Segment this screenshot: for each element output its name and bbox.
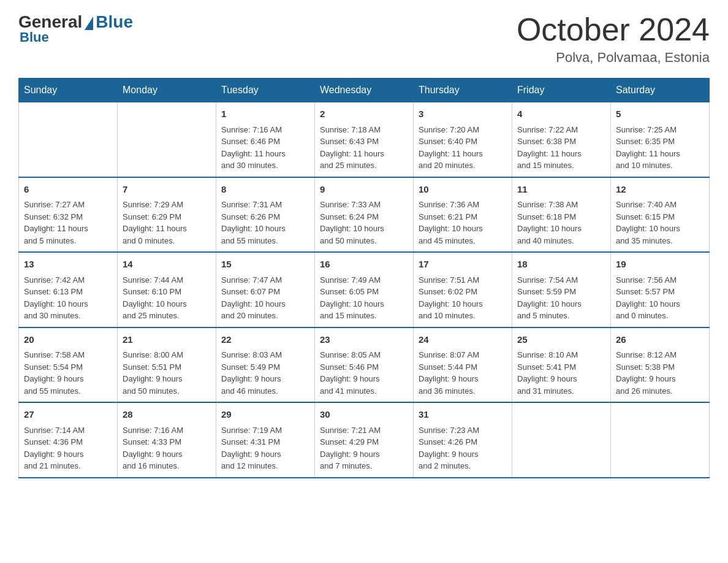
day-info: Sunrise: 7:29 AM Sunset: 6:29 PM Dayligh… bbox=[123, 199, 211, 247]
day-number: 6 bbox=[24, 183, 112, 197]
day-number: 9 bbox=[320, 183, 408, 197]
day-info: Sunrise: 7:40 AM Sunset: 6:15 PM Dayligh… bbox=[616, 199, 704, 247]
day-number: 22 bbox=[221, 333, 309, 347]
day-info: Sunrise: 7:49 AM Sunset: 6:05 PM Dayligh… bbox=[320, 274, 408, 322]
day-info: Sunrise: 7:20 AM Sunset: 6:40 PM Dayligh… bbox=[419, 124, 507, 172]
calendar-cell: 30Sunrise: 7:21 AM Sunset: 4:29 PM Dayli… bbox=[315, 402, 414, 478]
calendar-cell: 10Sunrise: 7:36 AM Sunset: 6:21 PM Dayli… bbox=[414, 177, 512, 253]
calendar-cell: 27Sunrise: 7:14 AM Sunset: 4:36 PM Dayli… bbox=[19, 402, 118, 478]
calendar-cell: 16Sunrise: 7:49 AM Sunset: 6:05 PM Dayli… bbox=[315, 252, 414, 327]
calendar-cell bbox=[611, 402, 710, 478]
day-number: 18 bbox=[517, 258, 605, 272]
calendar-cell: 5Sunrise: 7:25 AM Sunset: 6:35 PM Daylig… bbox=[611, 102, 710, 177]
day-number: 29 bbox=[221, 408, 309, 422]
day-number: 26 bbox=[616, 333, 704, 347]
day-info: Sunrise: 7:56 AM Sunset: 5:57 PM Dayligh… bbox=[616, 274, 704, 322]
day-number: 25 bbox=[517, 333, 605, 347]
header-cell-friday: Friday bbox=[512, 79, 611, 102]
title-section: October 2024 Polva, Polvamaa, Estonia bbox=[517, 12, 710, 66]
calendar-cell: 19Sunrise: 7:56 AM Sunset: 5:57 PM Dayli… bbox=[611, 252, 710, 327]
day-info: Sunrise: 7:16 AM Sunset: 6:46 PM Dayligh… bbox=[221, 124, 309, 172]
day-number: 20 bbox=[24, 333, 112, 347]
calendar-cell: 14Sunrise: 7:44 AM Sunset: 6:10 PM Dayli… bbox=[118, 252, 216, 327]
header-cell-monday: Monday bbox=[118, 79, 216, 102]
header-cell-sunday: Sunday bbox=[19, 79, 118, 102]
calendar-cell: 11Sunrise: 7:38 AM Sunset: 6:18 PM Dayli… bbox=[512, 177, 611, 253]
day-info: Sunrise: 7:21 AM Sunset: 4:29 PM Dayligh… bbox=[320, 424, 408, 472]
day-number: 13 bbox=[24, 258, 112, 272]
day-number: 11 bbox=[517, 183, 605, 197]
week-row-4: 20Sunrise: 7:58 AM Sunset: 5:54 PM Dayli… bbox=[19, 327, 710, 403]
calendar-cell: 7Sunrise: 7:29 AM Sunset: 6:29 PM Daylig… bbox=[118, 177, 216, 253]
day-number: 24 bbox=[419, 333, 507, 347]
calendar-cell: 23Sunrise: 8:05 AM Sunset: 5:46 PM Dayli… bbox=[315, 327, 414, 403]
day-info: Sunrise: 7:38 AM Sunset: 6:18 PM Dayligh… bbox=[517, 199, 605, 247]
day-info: Sunrise: 7:42 AM Sunset: 6:13 PM Dayligh… bbox=[24, 274, 112, 322]
day-info: Sunrise: 7:58 AM Sunset: 5:54 PM Dayligh… bbox=[24, 349, 112, 397]
header-cell-wednesday: Wednesday bbox=[315, 79, 414, 102]
calendar-table: SundayMondayTuesdayWednesdayThursdayFrid… bbox=[18, 78, 710, 478]
day-info: Sunrise: 7:19 AM Sunset: 4:31 PM Dayligh… bbox=[221, 424, 309, 472]
page-header: General Blue Blue October 2024 Polva, Po… bbox=[18, 12, 710, 66]
logo: General Blue Blue bbox=[18, 12, 133, 45]
day-info: Sunrise: 7:16 AM Sunset: 4:33 PM Dayligh… bbox=[123, 424, 211, 472]
day-info: Sunrise: 7:33 AM Sunset: 6:24 PM Dayligh… bbox=[320, 199, 408, 247]
day-info: Sunrise: 7:18 AM Sunset: 6:43 PM Dayligh… bbox=[320, 124, 408, 172]
header-cell-thursday: Thursday bbox=[414, 79, 512, 102]
logo-triangle-icon bbox=[85, 17, 93, 30]
calendar-cell: 20Sunrise: 7:58 AM Sunset: 5:54 PM Dayli… bbox=[19, 327, 118, 403]
day-info: Sunrise: 8:12 AM Sunset: 5:38 PM Dayligh… bbox=[616, 349, 704, 397]
day-info: Sunrise: 8:05 AM Sunset: 5:46 PM Dayligh… bbox=[320, 349, 408, 397]
day-info: Sunrise: 7:31 AM Sunset: 6:26 PM Dayligh… bbox=[221, 199, 309, 247]
calendar-cell: 4Sunrise: 7:22 AM Sunset: 6:38 PM Daylig… bbox=[512, 102, 611, 177]
week-row-2: 6Sunrise: 7:27 AM Sunset: 6:32 PM Daylig… bbox=[19, 177, 710, 253]
day-info: Sunrise: 7:51 AM Sunset: 6:02 PM Dayligh… bbox=[419, 274, 507, 322]
day-info: Sunrise: 8:00 AM Sunset: 5:51 PM Dayligh… bbox=[123, 349, 211, 397]
calendar-cell: 1Sunrise: 7:16 AM Sunset: 6:46 PM Daylig… bbox=[216, 102, 315, 177]
week-row-1: 1Sunrise: 7:16 AM Sunset: 6:46 PM Daylig… bbox=[19, 102, 710, 177]
day-number: 17 bbox=[419, 258, 507, 272]
day-info: Sunrise: 8:07 AM Sunset: 5:44 PM Dayligh… bbox=[419, 349, 507, 397]
day-number: 7 bbox=[123, 183, 211, 197]
day-number: 5 bbox=[616, 107, 704, 121]
day-number: 4 bbox=[517, 107, 605, 121]
logo-blue-text-bottom: Blue bbox=[20, 29, 49, 45]
calendar-header: SundayMondayTuesdayWednesdayThursdayFrid… bbox=[19, 79, 710, 102]
day-info: Sunrise: 7:25 AM Sunset: 6:35 PM Dayligh… bbox=[616, 124, 704, 172]
calendar-cell: 24Sunrise: 8:07 AM Sunset: 5:44 PM Dayli… bbox=[414, 327, 512, 403]
day-info: Sunrise: 7:14 AM Sunset: 4:36 PM Dayligh… bbox=[24, 424, 112, 472]
header-row: SundayMondayTuesdayWednesdayThursdayFrid… bbox=[19, 79, 710, 102]
day-info: Sunrise: 7:27 AM Sunset: 6:32 PM Dayligh… bbox=[24, 199, 112, 247]
calendar-cell: 2Sunrise: 7:18 AM Sunset: 6:43 PM Daylig… bbox=[315, 102, 414, 177]
calendar-cell: 22Sunrise: 8:03 AM Sunset: 5:49 PM Dayli… bbox=[216, 327, 315, 403]
day-number: 14 bbox=[123, 258, 211, 272]
day-info: Sunrise: 8:10 AM Sunset: 5:41 PM Dayligh… bbox=[517, 349, 605, 397]
day-number: 8 bbox=[221, 183, 309, 197]
day-number: 23 bbox=[320, 333, 408, 347]
week-row-5: 27Sunrise: 7:14 AM Sunset: 4:36 PM Dayli… bbox=[19, 402, 710, 478]
calendar-body: 1Sunrise: 7:16 AM Sunset: 6:46 PM Daylig… bbox=[19, 102, 710, 478]
calendar-cell: 15Sunrise: 7:47 AM Sunset: 6:07 PM Dayli… bbox=[216, 252, 315, 327]
calendar-cell: 12Sunrise: 7:40 AM Sunset: 6:15 PM Dayli… bbox=[611, 177, 710, 253]
header-cell-saturday: Saturday bbox=[611, 79, 710, 102]
calendar-cell bbox=[118, 102, 216, 177]
calendar-cell: 3Sunrise: 7:20 AM Sunset: 6:40 PM Daylig… bbox=[414, 102, 512, 177]
day-info: Sunrise: 7:47 AM Sunset: 6:07 PM Dayligh… bbox=[221, 274, 309, 322]
location-label: Polva, Polvamaa, Estonia bbox=[517, 50, 710, 66]
calendar-cell: 26Sunrise: 8:12 AM Sunset: 5:38 PM Dayli… bbox=[611, 327, 710, 403]
day-number: 28 bbox=[123, 408, 211, 422]
calendar-cell bbox=[19, 102, 118, 177]
day-info: Sunrise: 8:03 AM Sunset: 5:49 PM Dayligh… bbox=[221, 349, 309, 397]
day-info: Sunrise: 7:44 AM Sunset: 6:10 PM Dayligh… bbox=[123, 274, 211, 322]
calendar-cell: 31Sunrise: 7:23 AM Sunset: 4:26 PM Dayli… bbox=[414, 402, 512, 478]
header-cell-tuesday: Tuesday bbox=[216, 79, 315, 102]
week-row-3: 13Sunrise: 7:42 AM Sunset: 6:13 PM Dayli… bbox=[19, 252, 710, 327]
calendar-cell: 21Sunrise: 8:00 AM Sunset: 5:51 PM Dayli… bbox=[118, 327, 216, 403]
day-number: 3 bbox=[419, 107, 507, 121]
day-number: 15 bbox=[221, 258, 309, 272]
day-number: 30 bbox=[320, 408, 408, 422]
day-info: Sunrise: 7:22 AM Sunset: 6:38 PM Dayligh… bbox=[517, 124, 605, 172]
calendar-cell: 18Sunrise: 7:54 AM Sunset: 5:59 PM Dayli… bbox=[512, 252, 611, 327]
calendar-cell: 28Sunrise: 7:16 AM Sunset: 4:33 PM Dayli… bbox=[118, 402, 216, 478]
day-number: 12 bbox=[616, 183, 704, 197]
